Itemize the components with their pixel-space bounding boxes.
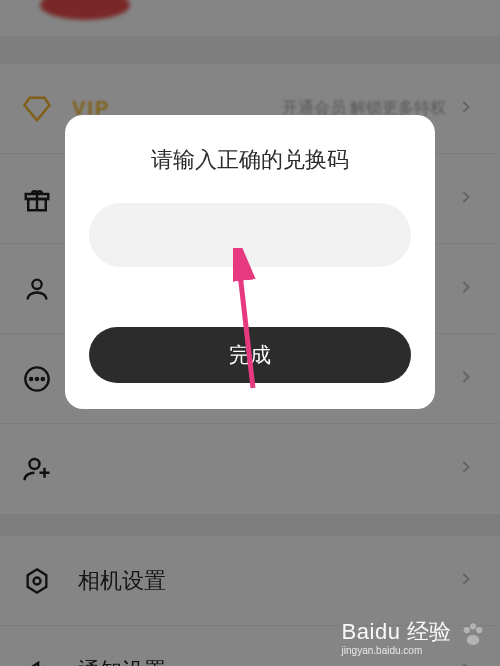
svg-point-17 bbox=[470, 623, 476, 629]
confirm-button-label: 完成 bbox=[229, 341, 271, 369]
modal-overlay[interactable]: 请输入正确的兑换码 完成 bbox=[0, 0, 500, 666]
redeem-code-dialog: 请输入正确的兑换码 完成 bbox=[65, 115, 435, 409]
svg-point-16 bbox=[464, 627, 470, 633]
svg-point-18 bbox=[476, 627, 482, 633]
paw-icon bbox=[458, 620, 488, 653]
dialog-title: 请输入正确的兑换码 bbox=[151, 145, 349, 175]
confirm-button[interactable]: 完成 bbox=[89, 327, 411, 383]
redeem-code-input[interactable] bbox=[89, 203, 411, 267]
watermark: Baidu 经验 jingyan.baidu.com bbox=[342, 617, 488, 656]
watermark-brand: Baidu 经验 bbox=[342, 617, 452, 647]
svg-point-19 bbox=[467, 635, 480, 645]
